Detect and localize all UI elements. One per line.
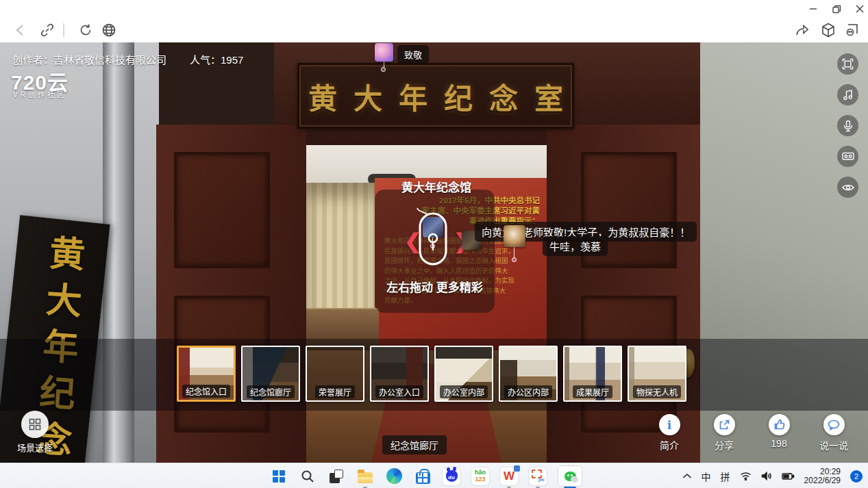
scene-thumbnail-label: 纪念馆廊厅 bbox=[247, 385, 295, 398]
music-icon bbox=[843, 89, 854, 101]
cube-3d-icon[interactable] bbox=[819, 21, 837, 39]
baidu-icon: du bbox=[446, 470, 458, 482]
intro-button[interactable]: i 简介 bbox=[650, 414, 689, 452]
scene-selector-label: 场景选择 bbox=[11, 441, 59, 454]
fullscreen-button[interactable] bbox=[837, 53, 858, 75]
screenshot-tool-button[interactable]: ✂ bbox=[529, 467, 547, 485]
scene-thumbnail-honor-hall[interactable]: 荣誉展厅 bbox=[306, 346, 364, 402]
edge-button[interactable] bbox=[385, 467, 403, 485]
viewer-action-bar: i 简介 分享 198 说一说 bbox=[650, 414, 853, 452]
like-button[interactable]: 198 bbox=[760, 414, 798, 452]
eye-icon bbox=[842, 183, 854, 192]
link-icon[interactable] bbox=[38, 21, 56, 39]
file-explorer-button[interactable] bbox=[356, 467, 374, 485]
comment-pin-dot bbox=[430, 244, 435, 248]
windows-logo-icon bbox=[273, 470, 285, 483]
back-icon[interactable] bbox=[11, 21, 29, 39]
share-icon[interactable] bbox=[793, 21, 811, 39]
microphone-icon bbox=[843, 120, 853, 132]
scene-title: 黄大年纪念馆 bbox=[401, 178, 471, 195]
store-button[interactable] bbox=[414, 467, 432, 485]
popularity-label: 人气：1957 bbox=[190, 52, 243, 66]
edge-icon bbox=[386, 468, 402, 484]
speaker-icon[interactable] bbox=[761, 472, 772, 480]
hao123-icon: hǎo 123 bbox=[471, 467, 489, 485]
restore-icon bbox=[832, 5, 841, 14]
photo-plaque: 黄大年纪念室 bbox=[297, 63, 574, 129]
like-count: 198 bbox=[760, 438, 798, 449]
panorama-viewport[interactable]: 2017年5月，中共中央总书记 家主席、中央军委主席习近平对黄 事迹作出重要指示… bbox=[0, 42, 868, 463]
close-icon bbox=[856, 5, 864, 13]
photo-left-door bbox=[156, 125, 306, 463]
creator-line: 创作者：吉林省敬信科技有限公司 人气：1957 bbox=[12, 52, 243, 66]
scene-thumbnail-office-interior[interactable]: 办公室内部 bbox=[434, 346, 493, 402]
scene-thumbnail-label: 荣誉展厅 bbox=[315, 385, 355, 398]
scene-thumbnail-gallery-hall[interactable]: 纪念馆廊厅 bbox=[241, 346, 300, 402]
comment-icon bbox=[828, 420, 840, 431]
eye-button[interactable] bbox=[837, 177, 858, 198]
ime-language[interactable]: 中 bbox=[702, 470, 711, 483]
scene-thumbnail-drone[interactable]: 物探无人机 bbox=[628, 346, 686, 402]
wechat-button[interactable]: ·· bbox=[558, 465, 582, 487]
ime-mode[interactable]: 拼 bbox=[721, 470, 730, 483]
baidu-button[interactable]: du bbox=[443, 467, 460, 485]
pan-left-arrow[interactable]: ❮ bbox=[404, 231, 421, 252]
photo-right-door bbox=[547, 125, 700, 463]
title-bar bbox=[0, 0, 868, 16]
music-button[interactable] bbox=[837, 84, 858, 105]
drag-hint-text: 左右拖动 更多精彩 bbox=[375, 278, 495, 295]
comment-bubble[interactable]: 牛哇，羡慕 bbox=[543, 236, 608, 256]
globe-icon[interactable] bbox=[100, 21, 118, 39]
floating-smiley-icon[interactable] bbox=[843, 21, 860, 39]
grid-icon bbox=[29, 418, 41, 431]
close-button[interactable] bbox=[850, 3, 868, 15]
comment-avatar[interactable] bbox=[375, 43, 393, 62]
taskbar-clock[interactable]: 20:29 2022/6/29 bbox=[804, 467, 841, 485]
hotspot-label[interactable]: 纪念馆廊厅 bbox=[382, 435, 447, 454]
scene-thumbnail-strip: 纪念馆入口 纪念馆廊厅 荣誉展厅 办公室入口 办公室内部 办公区内部 成果展厅 … bbox=[177, 346, 686, 402]
comment-pin-dot bbox=[381, 67, 386, 72]
scene-thumbnail-label: 纪念馆入口 bbox=[182, 385, 230, 398]
task-view-button[interactable] bbox=[327, 467, 345, 485]
vr-goggles-button[interactable] bbox=[837, 146, 858, 167]
comment-pin-dot bbox=[512, 257, 517, 262]
scene-thumbnail-achievement-hall[interactable]: 成果展厅 bbox=[563, 346, 622, 402]
scene-thumbnail-office-area[interactable]: 办公区内部 bbox=[499, 346, 558, 402]
site-logo-subtitle: VR创作社区 bbox=[13, 89, 66, 99]
clock-time: 20:29 bbox=[804, 467, 841, 476]
screenshot-icon: ✂ bbox=[529, 467, 547, 485]
microphone-button[interactable] bbox=[837, 115, 858, 136]
wps-button[interactable]: W bbox=[500, 467, 518, 485]
notification-badge[interactable]: 2 bbox=[850, 470, 863, 483]
minimize-icon bbox=[809, 5, 817, 13]
creator-label: 创作者：吉林省敬信科技有限公司 bbox=[12, 52, 166, 66]
scene-thumbnail-entrance[interactable]: 纪念馆入口 bbox=[177, 346, 236, 402]
browser-toolbar bbox=[0, 16, 868, 42]
clock-date: 2022/6/29 bbox=[804, 476, 841, 485]
scene-selector-button[interactable]: 场景选择 bbox=[11, 411, 59, 454]
share-button[interactable]: 分享 bbox=[705, 414, 743, 452]
vr-goggles-icon bbox=[842, 152, 854, 161]
search-button[interactable] bbox=[299, 467, 317, 485]
scene-thumbnail-office-entrance[interactable]: 办公室入口 bbox=[370, 346, 429, 402]
tray-chevron-icon[interactable] bbox=[682, 473, 692, 479]
comment-avatar[interactable] bbox=[504, 225, 525, 247]
start-button[interactable] bbox=[270, 467, 288, 485]
comment-bubble[interactable]: 致敬 bbox=[397, 45, 429, 64]
hao123-button[interactable]: hǎo 123 bbox=[471, 467, 489, 485]
system-tray: 中 拼 20:29 2022/6/29 2 bbox=[682, 463, 863, 488]
scene-thumbnail-label: 办公室入口 bbox=[375, 385, 423, 398]
fullscreen-icon bbox=[842, 58, 854, 70]
minimize-button[interactable] bbox=[803, 3, 823, 15]
battery-icon[interactable] bbox=[782, 472, 795, 480]
refresh-icon[interactable] bbox=[77, 21, 95, 39]
app-window: 2017年5月，中共中央总书记 家主席、中央军委主席习近平对黄 事迹作出重要指示… bbox=[0, 0, 868, 488]
toolbar-divider bbox=[63, 23, 64, 37]
plaque-text: 黄大年纪念室 bbox=[292, 75, 580, 117]
viewer-side-toolbar bbox=[837, 53, 858, 198]
wifi-icon[interactable] bbox=[740, 472, 752, 480]
comment-button[interactable]: 说一说 bbox=[815, 414, 853, 452]
scene-thumbnail-label: 物探无人机 bbox=[633, 385, 681, 398]
info-icon: i bbox=[667, 418, 671, 432]
restore-button[interactable] bbox=[826, 3, 847, 15]
